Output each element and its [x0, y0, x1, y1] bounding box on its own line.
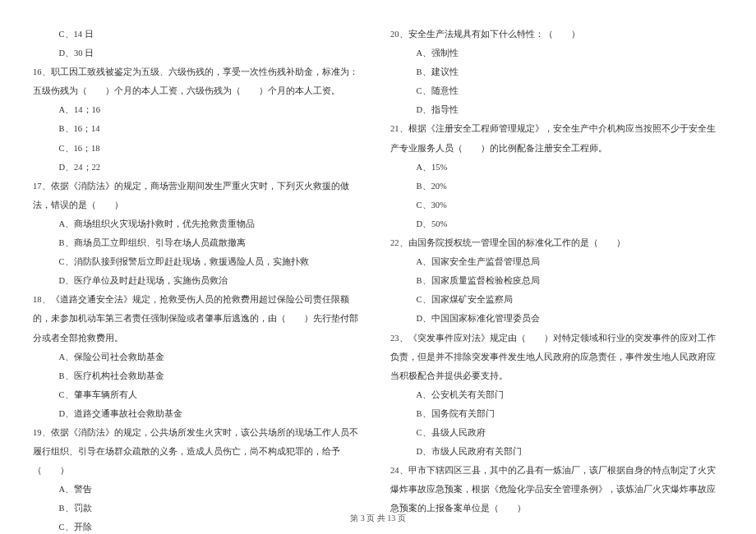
q20-option-d: D、指导性 [390, 100, 723, 119]
q22-option-b: B、国家质量监督检验检疫总局 [390, 271, 723, 290]
q22-option-a: A、国家安全生产监督管理总局 [390, 252, 723, 271]
q21-option-d: D、50% [390, 214, 723, 233]
left-column: C、14 日 D、30 日 16、职工因工致残被鉴定为五级、六级伤残的，享受一次… [33, 25, 366, 534]
q18-option-c: C、肇事车辆所有人 [33, 385, 366, 404]
q23-option-b: B、国务院有关部门 [390, 404, 723, 423]
q18-text: 18、《道路交通安全法》规定，抢救受伤人员的抢救费用超过保险公司责任限额的，未参… [33, 290, 366, 347]
q19-text: 19、依据《消防法》的规定，公共场所发生火灾时，该公共场所的现场工作人员不履行组… [33, 423, 366, 480]
q16-option-d: D、24；22 [33, 158, 366, 177]
q18-option-b: B、医疗机构社会救助基金 [33, 366, 366, 385]
q21-option-c: C、30% [390, 196, 723, 214]
q17-option-b: B、商场员工立即组织、引导在场人员疏散撤离 [33, 233, 366, 252]
q24-text: 24、甲市下辖四区三县，其中的乙县有一炼油厂，该厂根据自身的特点制定了火灾爆炸事… [390, 461, 723, 518]
q18-option-a: A、保险公司社会救助基金 [33, 348, 366, 366]
q22-text: 22、由国务院授权统一管理全国的标准化工作的是（ ） [390, 233, 723, 252]
q18-option-d: D、道路交通事故社会救助基金 [33, 404, 366, 423]
q23-option-a: A、公安机关有关部门 [390, 385, 723, 404]
q17-option-c: C、消防队接到报警后立即赶赴现场，救援遇险人员，实施扑救 [33, 252, 366, 271]
q16-text: 16、职工因工致残被鉴定为五级、六级伤残的，享受一次性伤残补助金，标准为：五级伤… [33, 62, 366, 100]
page-footer: 第 3 页 共 13 页 [0, 513, 756, 524]
q15-option-d: D、30 日 [33, 44, 366, 62]
q20-option-b: B、建议性 [390, 62, 723, 81]
q23-text: 23、《突发事件应对法》规定由（ ）对特定领域和行业的突发事件的应对工作负责，但… [390, 329, 723, 385]
q17-option-d: D、医疗单位及时赶赴现场，实施伤员救治 [33, 271, 366, 290]
right-column: 20、安全生产法规具有如下什么特性：（ ） A、强制性 B、建议性 C、随意性 … [390, 25, 723, 534]
q20-text: 20、安全生产法规具有如下什么特性：（ ） [390, 25, 723, 44]
q19-option-a: A、警告 [33, 480, 366, 499]
q20-option-c: C、随意性 [390, 81, 723, 100]
q21-text: 21、根据《注册安全工程师管理规定》，安全生产中介机构应当按照不少于安全生产专业… [390, 119, 723, 157]
q22-option-c: C、国家煤矿安全监察局 [390, 290, 723, 309]
q23-option-d: D、市级人民政府有关部门 [390, 442, 723, 461]
q23-option-c: C、县级人民政府 [390, 423, 723, 442]
q21-option-a: A、15% [390, 158, 723, 177]
q17-option-a: A、商场组织火灾现场扑救时，优先抢救贵重物品 [33, 214, 366, 233]
q16-option-c: C、16；18 [33, 139, 366, 158]
page-content: C、14 日 D、30 日 16、职工因工致残被鉴定为五级、六级伤残的，享受一次… [33, 25, 723, 534]
q16-option-a: A、14；16 [33, 100, 366, 119]
q22-option-d: D、中国国家标准化管理委员会 [390, 309, 723, 328]
q15-option-c: C、14 日 [33, 25, 366, 44]
q16-option-b: B、16；14 [33, 119, 366, 138]
q21-option-b: B、20% [390, 177, 723, 196]
q20-option-a: A、强制性 [390, 44, 723, 62]
q17-text: 17、依据《消防法》的规定，商场营业期间发生严重火灾时，下列灭火救援的做法，错误… [33, 177, 366, 214]
